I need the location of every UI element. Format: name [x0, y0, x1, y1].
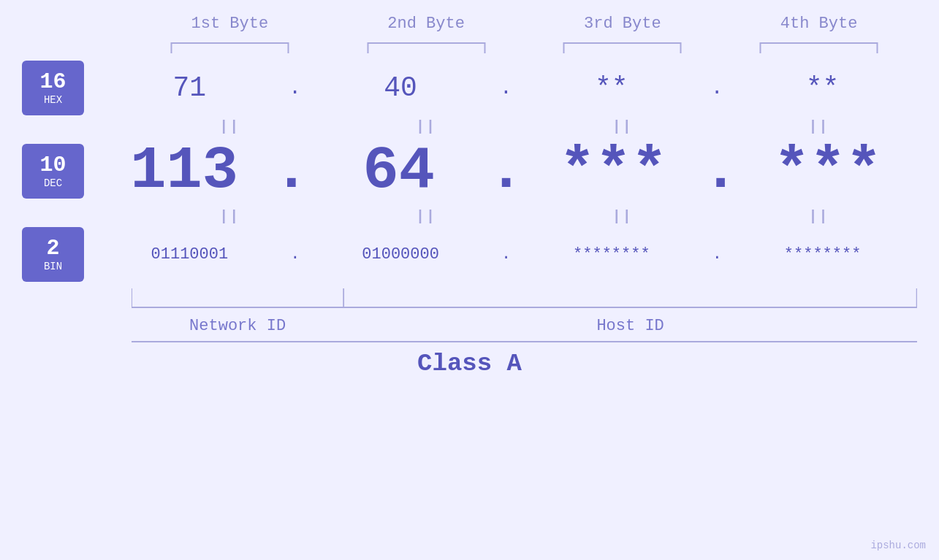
network-id-label: Network ID [132, 317, 343, 335]
top-brackets [132, 40, 917, 53]
bracket-top-4 [721, 40, 917, 53]
network-bracket-svg [132, 288, 343, 310]
dec-label: DEC [44, 177, 62, 189]
hex-dot-2: . [495, 72, 517, 104]
dec-dot-1: . [273, 137, 309, 205]
dec-badge: 10 DEC [22, 144, 84, 199]
dec-cell-3: *** [524, 137, 702, 205]
class-label: Class A [22, 350, 917, 377]
main-container: 1st Byte 2nd Byte 3rd Byte 4th Byte [0, 0, 939, 560]
byte-header-3: 3rd Byte [525, 15, 721, 33]
dec-val-3: *** [559, 142, 667, 202]
dec-cell-2: 64 [310, 137, 488, 205]
hex-cell-4: ** [728, 72, 917, 104]
bin-cells: 01110001 . 01000000 . ******** . *******… [95, 245, 917, 264]
eq2-2: || [328, 208, 525, 225]
dec-cells: 113 . 64 . *** . *** [95, 137, 917, 205]
eq1-3: || [525, 118, 721, 135]
hex-val-1: 71 [173, 72, 207, 104]
hex-badge: 16 HEX [22, 61, 84, 115]
byte-header-2: 2nd Byte [328, 15, 525, 33]
byte-header-4: 4th Byte [721, 15, 917, 33]
host-id-label: Host ID [343, 317, 917, 335]
bin-badge: 2 BIN [22, 227, 84, 282]
bin-label: BIN [44, 261, 62, 272]
bracket-top-2 [328, 40, 525, 53]
bin-cell-3: ******** [517, 245, 707, 264]
dec-val-2: 64 [363, 142, 435, 202]
bin-cell-1: 01110001 [95, 245, 284, 264]
hex-label: HEX [44, 94, 62, 106]
dec-cell-1: 113 [95, 137, 273, 205]
hex-dot-1: . [284, 72, 306, 104]
hex-cell-2: 40 [306, 72, 495, 104]
hex-row: 16 HEX 71 . 40 . ** . ** [22, 61, 917, 115]
hex-number: 16 [39, 71, 66, 93]
bin-val-3: ******** [573, 245, 650, 264]
host-bracket-container: Host ID [343, 288, 917, 335]
hex-cells: 71 . 40 . ** . ** [95, 72, 917, 104]
bottom-line [132, 341, 917, 342]
equals-row-1: || || || || [132, 115, 917, 137]
bin-cell-4: ******** [728, 245, 917, 264]
byte-headers: 1st Byte 2nd Byte 3rd Byte 4th Byte [132, 15, 917, 33]
bottom-brackets-section: Network ID Host ID [132, 288, 917, 335]
hex-val-2: 40 [384, 72, 417, 104]
byte-header-1: 1st Byte [132, 15, 328, 33]
eq2-1: || [132, 208, 328, 225]
bin-cell-2: 01000000 [306, 245, 495, 264]
hex-cell-1: 71 [95, 72, 284, 104]
bin-row: 2 BIN 01110001 . 01000000 . ******** . [22, 227, 917, 282]
eq1-4: || [721, 118, 917, 135]
dec-val-4: *** [774, 142, 882, 202]
dec-dot-2: . [488, 137, 524, 205]
equals-row-2: || || || || [132, 205, 917, 227]
hex-val-3: ** [595, 72, 628, 104]
bin-val-1: 01110001 [151, 245, 229, 264]
bin-val-2: 01000000 [362, 245, 439, 264]
eq2-3: || [525, 208, 721, 225]
dec-val-1: 113 [130, 142, 238, 202]
dec-dot-3: . [702, 137, 738, 205]
eq1-2: || [328, 118, 525, 135]
hex-dot-3: . [706, 72, 728, 104]
dec-cell-4: *** [739, 137, 917, 205]
bracket-top-1 [132, 40, 328, 53]
host-bracket-svg [343, 288, 917, 310]
network-bracket-container: Network ID [132, 288, 343, 335]
eq1-1: || [132, 118, 328, 135]
eq2-4: || [721, 208, 917, 225]
bin-dot-2: . [495, 245, 517, 264]
hex-cell-3: ** [517, 72, 707, 104]
hex-val-4: ** [806, 72, 840, 104]
dec-number: 10 [39, 154, 66, 176]
bracket-top-3 [525, 40, 721, 53]
dec-row: 10 DEC 113 . 64 . *** . *** [22, 137, 917, 205]
bin-number: 2 [46, 237, 59, 259]
bin-dot-1: . [284, 245, 306, 264]
watermark: ipshu.com [870, 540, 926, 551]
bin-dot-3: . [706, 245, 728, 264]
bin-val-4: ******** [784, 245, 862, 264]
